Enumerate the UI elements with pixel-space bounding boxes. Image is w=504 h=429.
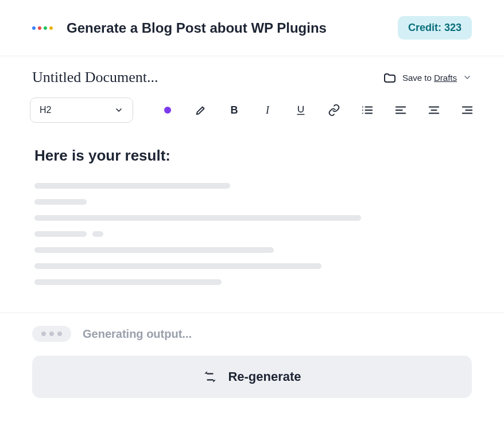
result-heading: Here is your result: [34,147,470,165]
bold-button[interactable]: B [227,103,241,117]
swap-icon [203,369,218,384]
dot-icon [44,26,47,30]
dot-icon [38,26,41,30]
align-right-button[interactable] [460,103,474,117]
save-to-button[interactable]: Save to Drafts [383,71,472,84]
save-target: Drafts [434,73,457,83]
folder-icon [383,71,397,84]
loading-pill [32,326,71,342]
chevron-down-icon [114,106,123,115]
editor-content[interactable]: Here is your result: [0,123,504,313]
regenerate-button[interactable]: Re-generate [32,356,472,398]
align-left-icon [394,104,407,116]
link-icon [328,104,340,116]
align-center-icon [428,104,440,116]
dot-icon [57,332,62,336]
color-dot-icon [164,107,171,114]
dot-icon [49,26,53,30]
skeleton-placeholder [34,183,470,285]
credit-badge: Credit: 323 [398,16,472,40]
generating-label: Generating output... [83,327,192,341]
list-button[interactable] [360,103,374,117]
link-button[interactable] [327,103,341,117]
highlighter-icon [195,104,207,116]
brand-dots [32,26,53,30]
italic-button[interactable]: I [261,103,274,117]
document-bar: Untitled Document... Save to Drafts [0,56,504,86]
heading-select[interactable]: H2 [30,98,133,123]
app-header: Generate a Blog Post about WP Plugins Cr… [0,0,504,56]
editor-toolbar: H2 B I [0,86,504,123]
align-left-button[interactable] [394,103,408,117]
align-center-button[interactable] [427,103,441,117]
dot-icon [49,332,54,336]
text-color-button[interactable] [161,103,175,117]
chevron-down-icon [463,73,472,82]
dot-icon [32,26,36,30]
dot-icon [41,332,46,336]
heading-value: H2 [40,105,51,115]
save-label: Save to Drafts [402,73,457,83]
document-title[interactable]: Untitled Document... [32,69,158,86]
toolbar-buttons: B I [161,103,474,117]
underline-icon [295,104,307,116]
header-left: Generate a Blog Post about WP Plugins [32,20,327,36]
page-title: Generate a Blog Post about WP Plugins [67,20,327,36]
highlight-button[interactable] [194,103,208,117]
regenerate-label: Re-generate [228,369,301,384]
underline-button[interactable] [294,103,308,117]
footer: Generating output... Re-generate [0,313,504,421]
list-icon [361,104,374,116]
generating-status: Generating output... [32,326,472,342]
align-right-icon [461,104,474,116]
